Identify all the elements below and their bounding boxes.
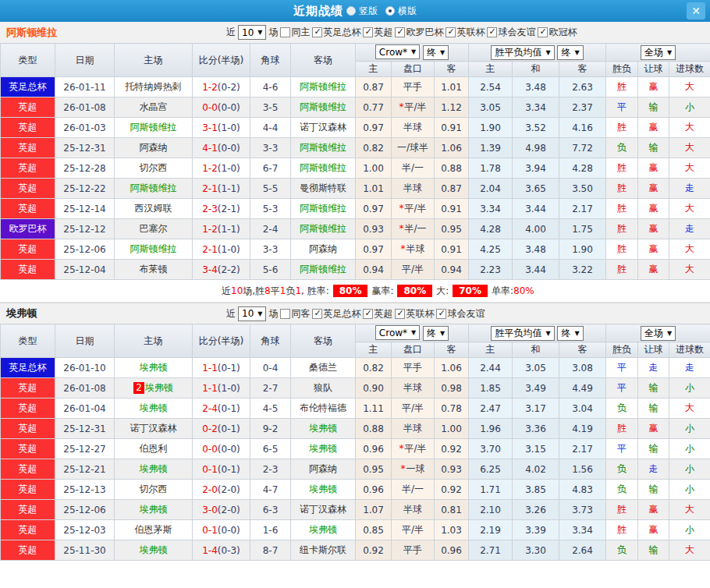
league-filter-checkbox[interactable]: 英联杯	[446, 26, 485, 39]
match-row: 英超 25-12-06 埃弗顿 3-0(2-0) 6-3 诺丁汉森林 1.07 …	[1, 500, 710, 520]
avg-odds-select[interactable]: 胜平负均值▼	[491, 326, 554, 341]
cell-score: 2-3(2-1)	[193, 199, 250, 219]
checkbox-checked-icon[interactable]	[395, 27, 405, 37]
cell-competition: 英超	[1, 439, 55, 459]
cell-handicap-result: 赢	[638, 179, 669, 199]
odds-final-select[interactable]: 终▼	[423, 45, 449, 60]
cell-date: 25-12-04	[55, 260, 115, 280]
checkbox-checked-icon[interactable]	[363, 309, 373, 319]
cell-avg-home: 1.96	[469, 419, 513, 439]
checkbox-checked-icon[interactable]	[363, 27, 373, 37]
league-filter-checkbox[interactable]: 英超	[363, 26, 392, 39]
chevron-down-icon: ▼	[574, 330, 579, 337]
odds-company-select[interactable]: Crow*▼	[375, 44, 420, 59]
chevron-down-icon: ▼	[257, 310, 262, 317]
league-filter-checkbox[interactable]: 英足总杯	[312, 26, 360, 39]
avg-final-select[interactable]: 终▼	[557, 45, 583, 60]
same-venue-checkbox[interactable]: 同主	[280, 26, 310, 39]
checkbox-checked-icon[interactable]	[538, 27, 548, 37]
col-corner: 角球	[250, 324, 291, 358]
filter-bar-everton: 埃弗顿 近 10▼ 场 同客 英足总杯英超英联杯球会友谊	[0, 303, 710, 324]
cell-handicap-result: 输	[638, 378, 669, 398]
avg-final-select[interactable]: 终▼	[557, 326, 583, 341]
cell-avg-home: 2.71	[469, 540, 513, 561]
cell-home-team: 埃弗顿	[115, 500, 193, 520]
cell-corner: 5-3	[250, 199, 291, 219]
checkbox-checked-icon[interactable]	[312, 27, 322, 37]
same-venue-checkbox[interactable]: 同客	[280, 307, 310, 321]
radio-unchecked-icon[interactable]	[346, 6, 356, 16]
odds-final-select[interactable]: 终▼	[423, 326, 449, 341]
checkbox-unchecked-icon[interactable]	[280, 27, 290, 37]
cell-result: 胜	[606, 260, 638, 280]
cell-odds-home: 0.85	[356, 520, 392, 540]
cell-avg-home: 4.28	[469, 219, 513, 239]
close-icon[interactable]: ✕	[687, 2, 705, 19]
match-row: 英超 25-12-03 伯恩茅斯 0-1(0-0) 1-6 埃弗顿 0.85 平…	[1, 520, 710, 540]
cell-avg-away: 3.22	[559, 260, 606, 280]
cell-avg-home: 2.10	[469, 500, 513, 520]
period-select[interactable]: 10▼	[238, 25, 266, 40]
fullmatch-select[interactable]: 全场▼	[641, 45, 676, 60]
league-filter-checkbox[interactable]: 英超	[363, 307, 392, 321]
cell-odds-home: 0.92	[356, 540, 392, 561]
cell-handicap-result: 输	[638, 97, 669, 118]
cell-away-team: 布伦特福德	[291, 398, 356, 419]
cell-away-team: 阿斯顿维拉	[291, 97, 356, 118]
cell-goals-result: 大	[669, 77, 710, 97]
col-avg-draw: 和	[513, 342, 559, 358]
cell-competition: 英超	[1, 118, 55, 138]
checkbox-checked-icon[interactable]	[487, 27, 497, 37]
cell-odds-home: 0.97	[356, 199, 392, 219]
checkbox-checked-icon[interactable]	[312, 309, 322, 319]
cell-handicap-result: 赢	[638, 500, 669, 520]
cell-goals-result: 小	[669, 97, 710, 118]
cell-corner: 3-3	[250, 239, 291, 260]
cell-home-team: 水晶宫	[115, 97, 193, 118]
league-filter-checkbox[interactable]: 欧冠杯	[538, 26, 577, 39]
cell-score: 1-2(1-1)	[193, 219, 250, 239]
cell-odds-away: 0.96	[435, 540, 469, 561]
cell-score: 1-1(0-1)	[193, 358, 250, 378]
cell-handicap-result: 输	[638, 439, 669, 459]
league-filter-checkbox[interactable]: 球会友谊	[487, 26, 535, 39]
cell-date: 25-12-31	[55, 419, 115, 439]
checkbox-checked-icon[interactable]	[436, 309, 446, 319]
summary-aston-villa: 近10场,胜8平1负1, 胜率: 80% 赢率: 80% 大: 70% 单率: …	[0, 280, 710, 303]
cell-corner: 5-5	[250, 179, 291, 199]
cell-date: 25-12-06	[55, 500, 115, 520]
league-filter-checkbox[interactable]: 欧罗巴杯	[395, 26, 443, 39]
fullmatch-select[interactable]: 全场▼	[641, 326, 676, 341]
vertical-layout-radio[interactable]: 竖版	[346, 5, 378, 18]
cell-avg-away: 4.16	[559, 118, 606, 138]
cell-avg-draw: 3.05	[513, 358, 559, 378]
cell-date: 25-12-14	[55, 199, 115, 219]
odds-company-select[interactable]: Crow*▼	[375, 325, 420, 340]
layout-switcher: 竖版 横版	[346, 5, 417, 18]
cell-handicap: 半球	[392, 378, 435, 398]
match-row: 英超 25-12-06 阿斯顿维拉 2-1(1-0) 3-3 阿森纳 0.97 …	[1, 239, 710, 260]
radio-checked-icon[interactable]	[385, 6, 395, 16]
league-checkbox-group: 英足总杯英超欧罗巴杯英联杯球会友谊欧冠杯	[312, 26, 577, 39]
cell-avg-draw: 3.52	[513, 118, 559, 138]
period-select[interactable]: 10▼	[238, 306, 266, 321]
cell-goals-result: 大	[669, 158, 710, 179]
league-filter-checkbox[interactable]: 英联杯	[395, 307, 434, 321]
checkbox-checked-icon[interactable]	[395, 309, 405, 319]
checkbox-unchecked-icon[interactable]	[280, 309, 290, 319]
cell-competition: 英超	[1, 260, 55, 280]
cell-away-team: 阿斯顿维拉	[291, 260, 356, 280]
near-label: 近	[226, 307, 236, 321]
cell-corner: 8-7	[250, 540, 291, 561]
avg-odds-select[interactable]: 胜平负均值▼	[491, 45, 554, 60]
cell-handicap-result: 赢	[638, 199, 669, 219]
chevron-down-icon: ▼	[545, 49, 550, 56]
cell-score: 3-4(2-2)	[193, 260, 250, 280]
league-filter-checkbox[interactable]: 英足总杯	[312, 307, 360, 321]
col-away: 客场	[291, 324, 356, 358]
horizontal-layout-radio[interactable]: 横版	[385, 5, 417, 18]
checkbox-checked-icon[interactable]	[446, 27, 456, 37]
cell-avg-away: 2.17	[559, 439, 606, 459]
league-filter-checkbox[interactable]: 球会友谊	[436, 307, 485, 321]
cell-date: 25-12-28	[55, 158, 115, 179]
